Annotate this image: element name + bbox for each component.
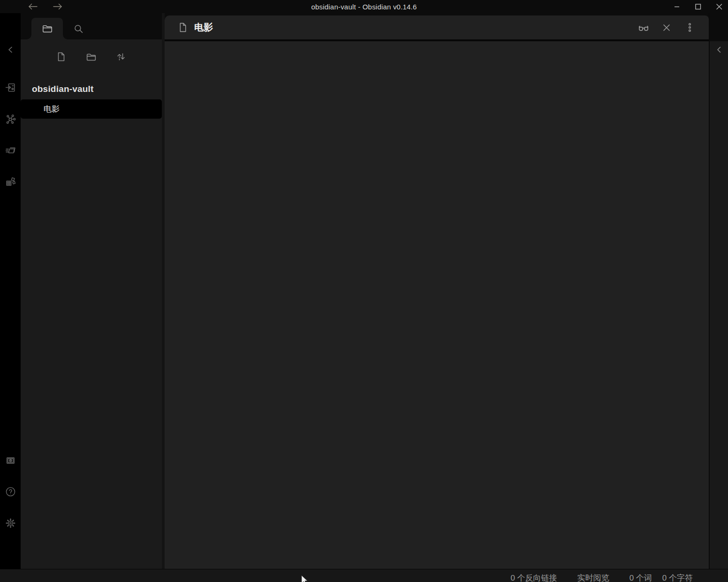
maximize-icon bbox=[692, 1, 704, 12]
vault-switcher-button[interactable] bbox=[4, 454, 17, 466]
note-file-icon bbox=[177, 22, 189, 33]
expand-right-sidebar-button[interactable] bbox=[713, 44, 726, 55]
sidebar-tabbar bbox=[21, 13, 162, 39]
gear-icon bbox=[5, 517, 16, 529]
folder-icon bbox=[41, 23, 53, 35]
graph-view-button[interactable] bbox=[4, 113, 17, 124]
glasses-icon bbox=[637, 21, 650, 34]
more-options-button[interactable] bbox=[683, 21, 696, 34]
settings-button[interactable] bbox=[4, 517, 17, 529]
file-item[interactable]: 电影 bbox=[21, 99, 162, 119]
view-mode-status[interactable]: 实时阅览 bbox=[577, 573, 609, 582]
close-tab-icon bbox=[660, 22, 673, 34]
editor-tabbar: 电影 bbox=[165, 13, 709, 39]
window-title: obsidian-vault - Obsidian v0.14.6 bbox=[0, 0, 728, 13]
minimize-icon bbox=[671, 1, 682, 12]
close-icon bbox=[713, 1, 725, 12]
tab-file-explorer[interactable] bbox=[31, 18, 63, 39]
new-note-icon bbox=[55, 51, 67, 62]
search-icon bbox=[73, 23, 84, 35]
obsidian-window: obsidian-vault - Obsidian v0.14.6 bbox=[0, 0, 728, 582]
vault-title[interactable]: obsidian-vault bbox=[32, 84, 162, 94]
close-window-button[interactable] bbox=[712, 0, 726, 13]
new-note-button[interactable] bbox=[55, 51, 67, 62]
collapse-left-sidebar-button[interactable] bbox=[4, 44, 17, 55]
editor-pane: 电影 bbox=[165, 13, 709, 569]
vault-icon bbox=[5, 454, 16, 466]
sort-order-button[interactable] bbox=[115, 51, 127, 62]
titlebar: obsidian-vault - Obsidian v0.14.6 bbox=[0, 0, 728, 13]
sort-icon bbox=[115, 51, 127, 62]
left-ribbon bbox=[0, 13, 21, 569]
right-sidebar-collapsed bbox=[709, 13, 728, 569]
command-palette-button[interactable] bbox=[4, 144, 17, 156]
workspace: obsidian-vault 电影 电影 bbox=[0, 13, 728, 569]
statusbar: 0 个反向链接 实时阅览 0 个词 0 个字符 bbox=[0, 569, 728, 582]
file-item-label: 电影 bbox=[44, 104, 60, 114]
chevron-left-icon bbox=[5, 44, 16, 55]
random-note-button[interactable] bbox=[4, 176, 17, 187]
left-sidebar: obsidian-vault 电影 bbox=[21, 13, 162, 569]
tab-search[interactable] bbox=[68, 18, 89, 39]
word-count-status: 0 个词 0 个字符 bbox=[629, 573, 693, 582]
kebab-menu-icon bbox=[684, 22, 696, 33]
mouse-cursor bbox=[301, 575, 310, 582]
explorer-toolbar bbox=[21, 39, 162, 62]
chevron-left-icon bbox=[713, 44, 725, 55]
backlinks-status[interactable]: 0 个反向链接 bbox=[510, 573, 557, 582]
new-folder-icon bbox=[85, 51, 97, 63]
quick-switcher-icon bbox=[5, 82, 16, 93]
editor-tab[interactable]: 电影 bbox=[165, 15, 709, 39]
graph-view-icon bbox=[5, 113, 16, 125]
reading-mode-button[interactable] bbox=[637, 21, 650, 34]
word-count: 0 个词 bbox=[629, 573, 652, 582]
quick-switcher-button[interactable] bbox=[4, 82, 17, 93]
right-strip-header bbox=[710, 13, 728, 41]
command-palette-icon bbox=[5, 144, 16, 156]
maximize-button[interactable] bbox=[691, 0, 705, 13]
file-list: 电影 bbox=[21, 99, 162, 119]
help-icon bbox=[5, 486, 16, 498]
new-folder-button[interactable] bbox=[85, 51, 97, 62]
editor-tab-title: 电影 bbox=[194, 21, 213, 34]
close-tab-button[interactable] bbox=[660, 21, 673, 34]
help-button[interactable] bbox=[4, 486, 17, 497]
char-count: 0 个字符 bbox=[662, 573, 693, 582]
minimize-button[interactable] bbox=[670, 0, 684, 13]
random-note-icon bbox=[5, 176, 16, 188]
editor-content[interactable] bbox=[165, 41, 709, 569]
